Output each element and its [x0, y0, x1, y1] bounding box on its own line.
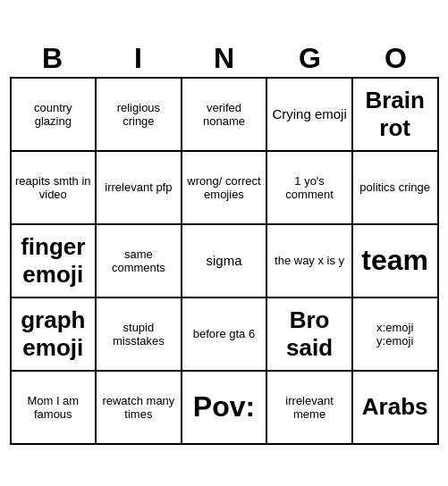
cell-r1-c0[interactable]: reapits smth in video [11, 151, 97, 224]
cell-r2-c2[interactable]: sigma [182, 224, 267, 297]
cell-r3-c2[interactable]: before gta 6 [182, 297, 267, 371]
cell-r4-c1[interactable]: rewatch many times [96, 371, 182, 444]
cell-r4-c2[interactable]: Pov: [182, 371, 267, 444]
cell-r4-c3[interactable]: irrelevant meme [266, 371, 352, 444]
cell-r3-c1[interactable]: stupid misstakes [96, 297, 182, 371]
cell-r1-c2[interactable]: wrong/ correct emojies [182, 151, 267, 224]
cell-r3-c3[interactable]: Bro said [266, 297, 352, 371]
cell-r0-c0[interactable]: country glazing [11, 78, 97, 151]
header-o: O [353, 42, 439, 75]
bingo-header: B I N G O [10, 42, 439, 75]
cell-r1-c4[interactable]: politics cringe [352, 151, 438, 224]
cell-r0-c2[interactable]: verifed noname [182, 78, 267, 151]
bingo-card: B I N G O country glazingreligious cring… [10, 42, 439, 445]
bingo-grid: country glazingreligious cringeverifed n… [10, 77, 439, 445]
cell-r0-c3[interactable]: Crying emoji [266, 78, 352, 151]
cell-r2-c1[interactable]: same comments [96, 224, 182, 297]
cell-r1-c1[interactable]: irrelevant pfp [96, 151, 182, 224]
header-g: G [267, 42, 353, 75]
header-b: B [10, 42, 96, 75]
cell-r2-c0[interactable]: finger emoji [11, 224, 97, 297]
header-i: I [96, 42, 182, 75]
cell-r1-c3[interactable]: 1 yo's comment [266, 151, 352, 224]
cell-r2-c4[interactable]: team [352, 224, 438, 297]
cell-r3-c0[interactable]: graph emoji [11, 297, 97, 371]
cell-r4-c0[interactable]: Mom I am famous [11, 371, 97, 444]
cell-r3-c4[interactable]: x:emoji y:emoji [352, 297, 438, 371]
cell-r4-c4[interactable]: Arabs [352, 371, 438, 444]
cell-r0-c4[interactable]: Brain rot [352, 78, 438, 151]
cell-r0-c1[interactable]: religious cringe [96, 78, 182, 151]
header-n: N [182, 42, 267, 75]
cell-r2-c3[interactable]: the way x is y [266, 224, 352, 297]
